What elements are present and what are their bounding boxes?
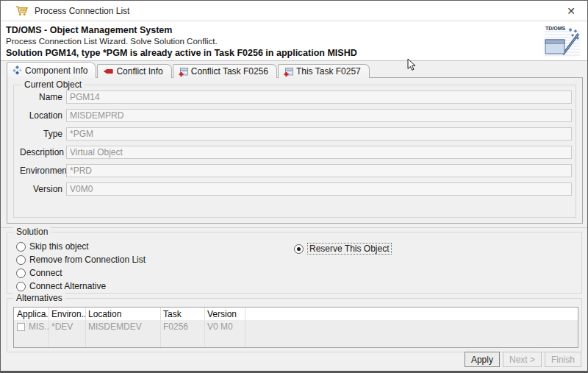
column-divider <box>245 308 245 347</box>
radio-connect-alternative[interactable]: Connect Alternative <box>16 281 146 291</box>
wizard-title: TD/OMS - Object Management System <box>6 25 172 35</box>
field-label: Location <box>20 110 62 121</box>
field-row-name: Name PGM14 <box>20 90 576 104</box>
tab-bar: Component Info Conflict Info Conflict <box>7 62 370 78</box>
radio-label: Reserve This Object <box>307 243 392 255</box>
name-field: PGM14 <box>66 90 572 104</box>
wizard-header: TD/OMS - Object Management System Proces… <box>1 21 587 61</box>
cell-application: MIS... <box>29 322 49 332</box>
radio-connect[interactable]: Connect <box>16 268 146 278</box>
tab-conflict-task[interactable]: Conflict Task F0256 <box>173 64 277 78</box>
radio-icon <box>16 269 26 278</box>
button-bar: Apply Next > Finish <box>465 352 581 367</box>
table-row[interactable]: MIS... *DEV MISDEMDEV F0256 V0 M0 <box>14 320 578 333</box>
location-field: MISDEMPRD <box>66 109 572 122</box>
field-label: Description <box>20 147 62 157</box>
horizontal-divider <box>1 227 587 228</box>
svg-text:TD/OMS: TD/OMS <box>545 26 566 31</box>
mouse-cursor <box>407 58 416 74</box>
field-row-type: Type *PGM <box>20 127 576 141</box>
row-checkbox[interactable] <box>17 323 25 331</box>
component-sparkle-icon <box>12 65 22 75</box>
column-divider <box>204 308 205 347</box>
wizard-subtitle: Process Connection List Wizard. Solve So… <box>6 37 218 46</box>
radio-icon <box>16 255 26 265</box>
type-field: *PGM <box>66 127 572 141</box>
conflict-arrow-icon <box>103 68 113 75</box>
col-task[interactable]: Task <box>160 309 204 319</box>
cell-environment: *DEV <box>49 322 85 332</box>
field-row-version: Version V0M0 <box>20 182 576 196</box>
solution-group: Solution Skip this object Remove from Co… <box>7 232 582 294</box>
group-label: Solution <box>13 227 51 237</box>
field-label: Type <box>20 129 62 139</box>
radio-skip-this-object[interactable]: Skip this object <box>16 241 146 252</box>
current-object-fields: Name PGM14 Location MISDEMPRD Type *PGM … <box>20 90 576 196</box>
cart-icon <box>15 5 28 17</box>
alternatives-group: Alternatives Applica... Environ... Locat… <box>7 298 582 352</box>
radio-label: Skip this object <box>29 241 89 252</box>
description-field: Virtual Object <box>66 146 572 159</box>
radio-reserve-this-object[interactable]: Reserve This Object <box>294 244 392 254</box>
component-info-panel: Current Object Name PGM14 Location MISDE… <box>7 77 583 224</box>
field-row-location: Location MISDEMPRD <box>20 109 576 122</box>
environment-field: *PRD <box>66 164 572 177</box>
window-title: Process Connection List <box>35 6 129 16</box>
current-object-group: Current Object Name PGM14 Location MISDE… <box>13 85 576 218</box>
tab-component-info[interactable]: Component Info <box>7 62 96 78</box>
close-icon[interactable]: ✕ <box>562 4 580 18</box>
radio-selected-icon <box>294 244 304 254</box>
cell-task: F0256 <box>160 322 204 332</box>
group-label: Current Object <box>21 79 85 90</box>
alternatives-table[interactable]: Applica... Environ... Location Task Vers… <box>13 307 578 348</box>
cell-location: MISDEMDEV <box>85 322 160 332</box>
column-divider <box>85 308 86 347</box>
apply-button[interactable]: Apply <box>465 352 500 367</box>
tab-label: Component Info <box>25 65 87 76</box>
tab-label: This Task F0257 <box>296 66 361 77</box>
field-row-environment: Environment *PRD <box>20 164 576 177</box>
radio-icon <box>16 282 26 291</box>
solution-options: Skip this object Remove from Connection … <box>16 241 146 291</box>
tab-label: Conflict Info <box>116 66 162 77</box>
table-header: Applica... Environ... Location Task Vers… <box>14 308 578 320</box>
field-label: Name <box>20 92 62 102</box>
radio-label: Remove from Connection List <box>29 255 146 265</box>
tab-conflict-info[interactable]: Conflict Info <box>97 64 171 78</box>
field-row-description: Description Virtual Object <box>20 146 576 159</box>
title-bar: Process Connection List ✕ <box>1 1 587 21</box>
tdoms-logo-icon: TD/OMS <box>543 24 581 61</box>
column-divider <box>49 308 49 347</box>
tab-this-task[interactable]: This Task F0257 <box>278 64 370 78</box>
col-environment[interactable]: Environ... <box>49 309 85 319</box>
radio-label: Connect <box>29 268 62 278</box>
field-label: Environment <box>20 166 62 176</box>
process-connection-list-dialog: Process Connection List ✕ TD/OMS - Objec… <box>0 0 588 373</box>
radio-icon <box>16 242 26 252</box>
col-application[interactable]: Applica... <box>14 309 49 319</box>
col-version[interactable]: Version <box>204 309 245 319</box>
conflict-message: Solution PGM14, type *PGM is already act… <box>6 48 357 58</box>
version-field: V0M0 <box>66 182 572 196</box>
tab-label: Conflict Task F0256 <box>191 66 268 77</box>
finish-button: Finish <box>545 352 581 367</box>
task-icon <box>179 67 188 77</box>
radio-remove-from-connection-list[interactable]: Remove from Connection List <box>16 255 146 265</box>
next-button: Next > <box>503 352 542 367</box>
cell-version: V0 M0 <box>204 322 245 332</box>
col-location[interactable]: Location <box>85 309 160 319</box>
column-divider <box>160 308 161 347</box>
field-label: Version <box>20 184 62 194</box>
task-icon <box>284 67 293 77</box>
group-label: Alternatives <box>13 293 65 303</box>
radio-label: Connect Alternative <box>29 281 106 291</box>
